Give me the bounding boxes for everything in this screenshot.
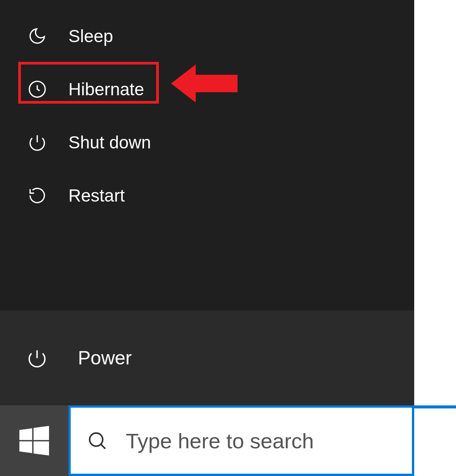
clock-icon [27, 79, 48, 100]
menu-item-label: Shut down [68, 132, 151, 153]
windows-logo-icon [19, 426, 49, 456]
search-box[interactable]: Type here to search [68, 405, 414, 476]
svg-marker-5 [33, 441, 49, 456]
menu-item-label: Restart [68, 185, 125, 206]
power-icon [27, 348, 48, 369]
start-button[interactable] [0, 405, 68, 476]
menu-item-restart[interactable]: Restart [0, 169, 414, 222]
menu-item-label: Sleep [68, 26, 113, 46]
search-placeholder: Type here to search [126, 429, 314, 453]
power-icon [27, 132, 48, 153]
svg-point-6 [89, 433, 102, 446]
right-gutter [414, 0, 456, 476]
power-button-label: Power [78, 347, 132, 369]
taskbar: Type here to search [0, 405, 414, 476]
menu-item-label: Hibernate [68, 79, 144, 99]
menu-item-shutdown[interactable]: Shut down [0, 116, 414, 169]
menu-item-sleep[interactable]: Sleep [0, 9, 414, 63]
search-icon [86, 429, 109, 452]
restart-icon [27, 185, 48, 206]
svg-marker-2 [19, 428, 32, 440]
power-button[interactable]: Power [0, 311, 414, 405]
svg-marker-3 [33, 426, 49, 440]
svg-marker-4 [19, 441, 32, 453]
moon-icon [27, 26, 48, 47]
menu-item-hibernate[interactable]: Hibernate [0, 63, 414, 116]
power-options-menu: Sleep Hibernate Shut down Restart [0, 0, 414, 311]
svg-line-7 [101, 444, 105, 448]
